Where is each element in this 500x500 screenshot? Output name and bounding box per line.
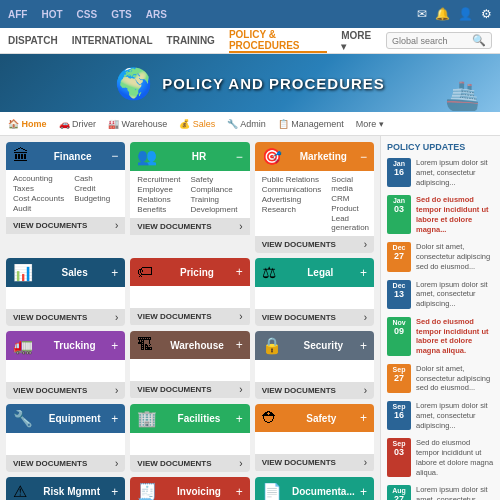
risk-toggle-btn[interactable]: +: [111, 485, 118, 499]
main-content: 🏛 Finance − Accounting Taxes Cost Accoun…: [0, 136, 500, 500]
mail-icon[interactable]: ✉: [417, 7, 427, 21]
sub-nav-warehouse[interactable]: 🏭 Warehouse: [108, 119, 167, 129]
documentation-icon: 📄: [262, 482, 282, 500]
sub-nav-management[interactable]: 📋 Management: [278, 119, 344, 129]
user-icon[interactable]: 👤: [458, 7, 473, 21]
search-box[interactable]: 🔍: [386, 32, 492, 49]
legal-view-docs[interactable]: VIEW DOCUMENTS ›: [255, 309, 374, 326]
card-trucking-header: 🚛 Trucking +: [6, 331, 125, 360]
sales-title: Sales: [62, 267, 88, 278]
policy-date-1: Jan 16: [387, 158, 411, 187]
sub-nav-more[interactable]: More ▾: [356, 119, 384, 129]
bell-icon[interactable]: 🔔: [435, 7, 450, 21]
hr-view-docs[interactable]: VIEW DOCUMENTS ›: [130, 218, 249, 235]
policy-text-6: Dolor sit amet, consectetur adipiscing s…: [416, 364, 494, 393]
card-security: 🔒 Security + VIEW DOCUMENTS ›: [255, 331, 374, 399]
sub-nav-home[interactable]: 🏠 Home: [8, 119, 47, 129]
card-finance-header: 🏛 Finance −: [6, 142, 125, 170]
sub-nav: 🏠 Home 🚗 Driver 🏭 Warehouse 💰 Sales 🔧 Ad…: [0, 112, 500, 136]
search-input[interactable]: [392, 36, 472, 46]
facilities-toggle-btn[interactable]: +: [236, 412, 243, 426]
invoicing-icon: 🧾: [137, 482, 157, 500]
globe-icon: 🌍: [115, 66, 152, 101]
top-nav-gts[interactable]: GTS: [111, 9, 132, 20]
policy-date-2: Jan 03: [387, 195, 411, 234]
top-nav-ars[interactable]: ARS: [146, 9, 167, 20]
finance-toggle-btn[interactable]: −: [111, 149, 118, 163]
card-facilities: 🏢 Facilities + VIEW DOCUMENTS ›: [130, 404, 249, 472]
trucking-view-docs[interactable]: VIEW DOCUMENTS ›: [6, 382, 125, 399]
safety-view-docs[interactable]: VIEW DOCUMENTS ›: [255, 454, 374, 471]
equipment-view-docs[interactable]: VIEW DOCUMENTS ›: [6, 455, 125, 472]
policy-item-6: Sep 27 Dolor sit amet, consectetur adipi…: [387, 364, 494, 393]
pricing-title: Pricing: [180, 267, 214, 278]
top-nav-hot[interactable]: HOT: [41, 9, 62, 20]
card-sales-header: 📊 Sales +: [6, 258, 125, 287]
nav-dispatch[interactable]: DISPATCH: [8, 35, 58, 46]
warehouse-view-docs[interactable]: VIEW DOCUMENTS ›: [130, 381, 249, 398]
safety-icon: ⛑: [262, 409, 278, 427]
card-hr-header: 👥 HR −: [130, 142, 249, 171]
card-trucking: 🚛 Trucking + VIEW DOCUMENTS ›: [6, 331, 125, 399]
trucking-toggle-btn[interactable]: +: [111, 339, 118, 353]
nav-more[interactable]: MORE ▾: [341, 30, 372, 52]
pricing-toggle-btn[interactable]: +: [236, 265, 243, 279]
marketing-body: Public Relations Communications Advertis…: [255, 171, 374, 236]
marketing-view-docs[interactable]: VIEW DOCUMENTS ›: [255, 236, 374, 253]
sub-nav-driver[interactable]: 🚗 Driver: [59, 119, 97, 129]
policy-date-4: Dec 13: [387, 280, 411, 309]
finance-body: Accounting Taxes Cost Accounts Audit Cas…: [6, 170, 125, 217]
policy-text-2: Sed do eiusmod tempor incididunt ut labo…: [416, 195, 494, 234]
security-toggle-btn[interactable]: +: [360, 339, 367, 353]
top-nav-css[interactable]: CSS: [77, 9, 98, 20]
legal-toggle-btn[interactable]: +: [360, 266, 367, 280]
trucking-icon: 🚛: [13, 336, 33, 355]
warehouse-body: [130, 359, 249, 381]
sales-toggle-btn[interactable]: +: [111, 266, 118, 280]
warehouse-toggle-btn[interactable]: +: [236, 338, 243, 352]
card-marketing: 🎯 Marketing − Public Relations Communica…: [255, 142, 374, 253]
security-view-docs[interactable]: VIEW DOCUMENTS ›: [255, 382, 374, 399]
policy-text-7: Lorem ipsum dolor sit amet, consectetur …: [416, 401, 494, 430]
facilities-view-docs[interactable]: VIEW DOCUMENTS ›: [130, 455, 249, 472]
settings-icon[interactable]: ⚙: [481, 7, 492, 21]
sales-view-docs[interactable]: VIEW DOCUMENTS ›: [6, 309, 125, 326]
policy-date-3: Dec 27: [387, 242, 411, 271]
documentation-toggle-btn[interactable]: +: [360, 485, 367, 499]
search-icon: 🔍: [472, 34, 486, 47]
pricing-view-docs[interactable]: VIEW DOCUMENTS ›: [130, 308, 249, 325]
card-pricing-header: 🏷 Pricing +: [130, 258, 249, 286]
top-nav-aff[interactable]: AFF: [8, 9, 27, 20]
equipment-icon: 🔧: [13, 409, 33, 428]
card-invoicing-header: 🧾 Invoicing +: [130, 477, 249, 500]
nav-international[interactable]: INTERNATIONAL: [72, 35, 153, 46]
security-icon: 🔒: [262, 336, 282, 355]
card-marketing-header: 🎯 Marketing −: [255, 142, 374, 171]
policy-text-5: Sed do eiusmod tempor incididunt ut labo…: [416, 317, 494, 356]
hr-icon: 👥: [137, 147, 157, 166]
risk-title: Risk Mgmnt: [43, 486, 100, 497]
safety-toggle-btn[interactable]: +: [360, 411, 367, 425]
sub-nav-sales[interactable]: 💰 Sales: [179, 119, 215, 129]
nav-training[interactable]: TRAINING: [167, 35, 215, 46]
invoicing-toggle-btn[interactable]: +: [236, 485, 243, 499]
top-nav-links: AFF HOT CSS GTS ARS: [8, 9, 417, 20]
equipment-title: Equipment: [49, 413, 101, 424]
policy-text-8: Sed do eiusmod tempor incididunt ut labo…: [416, 438, 494, 477]
policy-item-9: Aug 27 Lorem ipsum dolor sit amet, conse…: [387, 485, 494, 500]
card-security-header: 🔒 Security +: [255, 331, 374, 360]
equipment-toggle-btn[interactable]: +: [111, 412, 118, 426]
finance-view-docs[interactable]: VIEW DOCUMENTS ›: [6, 217, 125, 234]
sales-body: [6, 287, 125, 309]
top-nav-icons: ✉ 🔔 👤 ⚙: [417, 7, 492, 21]
policy-text-1: Lorem ipsum dolor sit amet, consectetur …: [416, 158, 494, 187]
card-pricing: 🏷 Pricing + VIEW DOCUMENTS ›: [130, 258, 249, 326]
sub-nav-admin[interactable]: 🔧 Admin: [227, 119, 266, 129]
marketing-toggle-btn[interactable]: −: [360, 150, 367, 164]
card-invoicing: 🧾 Invoicing + VIEW DOCUMENTS ›: [130, 477, 249, 500]
nav-policy[interactable]: POLICY & PROCEDURES: [229, 29, 327, 53]
trucking-title: Trucking: [54, 340, 96, 351]
security-body: [255, 360, 374, 382]
marketing-icon: 🎯: [262, 147, 282, 166]
hr-toggle-btn[interactable]: −: [236, 150, 243, 164]
